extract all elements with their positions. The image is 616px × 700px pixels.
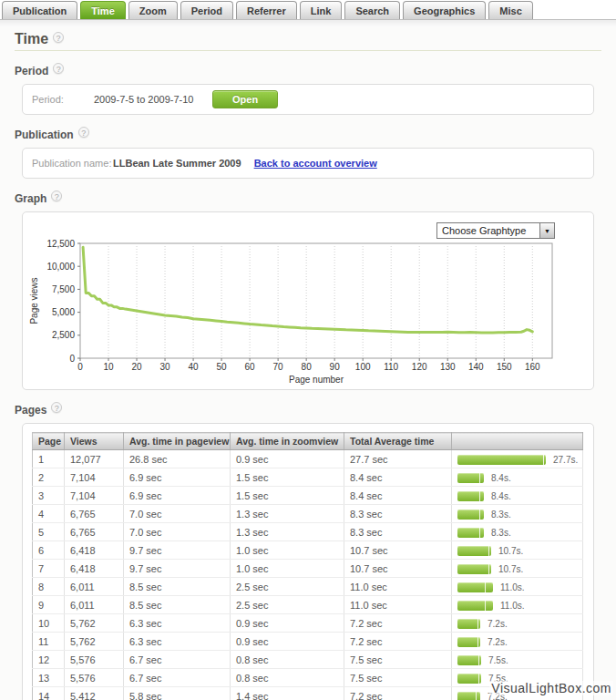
time-bar: [457, 674, 481, 684]
cell-views: 6,765: [65, 505, 124, 523]
col-header-page: Page: [33, 433, 65, 450]
tab-zoom[interactable]: Zoom: [128, 1, 178, 19]
help-icon[interactable]: ?: [51, 190, 62, 201]
cell-views: 6,011: [65, 596, 124, 614]
table-row: 96,0118.5 sec2.5 sec11.0 sec11.0s.: [33, 596, 583, 614]
help-icon[interactable]: ?: [78, 127, 89, 138]
cell-total: 10.7 sec: [344, 541, 452, 560]
cell-avg-pageview: 6.3 sec: [124, 614, 231, 633]
table-row: 37,1046.9 sec1.5 sec8.4 sec8.4s.: [33, 487, 583, 505]
cell-avg-pageview: 6.7 sec: [124, 651, 231, 669]
publication-heading: Publication?: [15, 127, 601, 141]
cell-total: 7.2 sec: [344, 614, 452, 633]
watermark[interactable]: VisualLightBox.com: [489, 681, 613, 695]
graph-box: 0102030405060708090100110120130140150160…: [22, 211, 594, 390]
cell-page: 6: [33, 541, 65, 560]
table-row: 86,0118.5 sec2.5 sec11.0 sec11.0s.: [33, 578, 583, 596]
svg-text:7,500: 7,500: [52, 284, 75, 294]
publication-box: Publication name: LLBean Late Summer 200…: [22, 148, 594, 179]
help-icon[interactable]: ?: [51, 402, 62, 413]
tab-misc[interactable]: Misc: [488, 1, 532, 19]
svg-text:130: 130: [440, 362, 456, 372]
help-icon[interactable]: ?: [53, 32, 64, 43]
cell-avg-zoomview: 1.3 sec: [231, 505, 344, 523]
time-bar-label: 27.7s.: [553, 455, 578, 465]
pages-box: Page Views Avg. time in pageview Avg. ti…: [22, 423, 594, 700]
cell-page: 13: [33, 669, 65, 687]
help-icon[interactable]: ?: [53, 63, 64, 74]
svg-text:80: 80: [302, 362, 313, 372]
cell-page: 9: [33, 596, 65, 614]
time-bar: [457, 619, 480, 629]
cell-views: 7,104: [65, 468, 124, 487]
tab-time[interactable]: Time: [80, 1, 125, 19]
svg-text:150: 150: [497, 362, 512, 372]
cell-page: 10: [33, 614, 65, 633]
pages-table: Page Views Avg. time in pageview Avg. ti…: [32, 432, 583, 700]
time-bar-label: 8.4s.: [491, 473, 511, 483]
cell-total: 7.2 sec: [344, 687, 452, 700]
svg-text:120: 120: [412, 362, 427, 372]
time-bar-cell: 10.7s.: [452, 560, 583, 578]
time-bar-cell: 8.4s.: [452, 468, 583, 487]
time-bar: [457, 655, 481, 665]
period-label: Period:: [32, 94, 94, 105]
cell-avg-pageview: 26.8 sec: [124, 450, 231, 468]
time-bar-label: 8.3s.: [491, 510, 511, 520]
table-row: 56,7657.0 sec1.3 sec8.3 sec8.3s.: [33, 523, 583, 541]
svg-text:10: 10: [103, 362, 114, 372]
pages-heading: Pages?: [15, 402, 601, 417]
cell-avg-zoomview: 1.3 sec: [231, 523, 344, 541]
cell-avg-pageview: 6.3 sec: [124, 633, 231, 651]
table-row: 105,7626.3 sec0.9 sec7.2 sec7.2s.: [33, 614, 583, 633]
cell-avg-zoomview: 1.4 sec: [231, 687, 344, 700]
time-bar-label: 8.4s.: [491, 491, 511, 501]
open-button[interactable]: Open: [212, 90, 278, 108]
tab-publication[interactable]: Publication: [2, 1, 77, 19]
cell-views: 5,576: [65, 651, 124, 669]
graphtype-select[interactable]: Choose Graphtype ▼: [436, 222, 555, 239]
graphtype-select-value: Choose Graphtype: [437, 225, 539, 236]
svg-text:0: 0: [69, 354, 75, 364]
tab-search[interactable]: Search: [344, 1, 400, 19]
svg-text:Page number: Page number: [289, 375, 344, 385]
cell-page: 4: [33, 505, 65, 523]
cell-avg-zoomview: 1.0 sec: [231, 560, 344, 578]
time-bar-cell: 8.4s.: [452, 487, 583, 505]
period-value: 2009-7-5 to 2009-7-10: [94, 94, 212, 105]
tab-referrer[interactable]: Referrer: [236, 1, 297, 19]
svg-text:12,500: 12,500: [46, 239, 75, 249]
cell-views: 7,104: [65, 487, 124, 505]
svg-text:110: 110: [384, 362, 398, 372]
cell-page: 1: [33, 450, 65, 468]
cell-avg-pageview: 7.0 sec: [124, 523, 231, 541]
cell-avg-zoomview: 1.5 sec: [231, 468, 344, 487]
time-bar-cell: 8.3s.: [452, 505, 583, 523]
tab-link[interactable]: Link: [300, 1, 343, 19]
cell-total: 8.4 sec: [344, 487, 452, 505]
tab-geographics[interactable]: Geographics: [403, 1, 486, 19]
page-title: Time?: [15, 31, 601, 46]
back-to-account-link[interactable]: Back to account overview: [254, 158, 377, 169]
svg-text:50: 50: [217, 362, 228, 372]
time-bar-cell: 7.2s.: [452, 614, 583, 633]
time-bar-label: 7.2s.: [488, 619, 508, 629]
svg-text:100: 100: [355, 362, 371, 372]
cell-avg-pageview: 7.0 sec: [124, 505, 231, 523]
period-box: Period: 2009-7-5 to 2009-7-10 Open: [22, 84, 594, 115]
cell-total: 8.3 sec: [344, 523, 452, 541]
cell-total: 11.0 sec: [344, 596, 452, 614]
time-bar: [457, 528, 484, 538]
time-bar-label: 7.2s.: [488, 637, 508, 647]
time-bar: [457, 491, 484, 501]
cell-views: 6,418: [65, 541, 124, 560]
tab-period[interactable]: Period: [180, 1, 233, 19]
time-bar-cell: 7.2s.: [452, 633, 583, 651]
svg-text:90: 90: [330, 362, 341, 372]
time-bar-label: 8.3s.: [491, 528, 511, 538]
cell-total: 7.5 sec: [344, 651, 452, 669]
svg-text:40: 40: [189, 362, 200, 372]
cell-views: 5,762: [65, 633, 124, 651]
table-row: 27,1046.9 sec1.5 sec8.4 sec8.4s.: [33, 468, 583, 487]
cell-views: 12,077: [65, 450, 124, 468]
